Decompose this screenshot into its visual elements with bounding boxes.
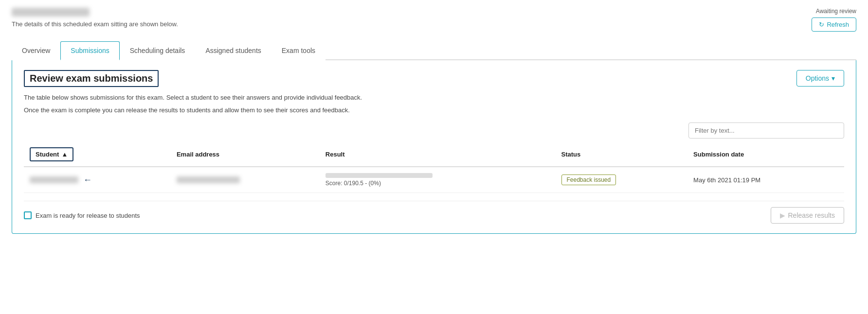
page-subtitle: The details of this scheduled exam sitti… <box>12 20 178 28</box>
release-label: Exam is ready for release to students <box>36 212 140 219</box>
email-value <box>177 176 240 183</box>
section-header: Review exam submissions Options ▾ <box>24 70 844 87</box>
release-results-button[interactable]: ▶ Release results <box>771 207 845 224</box>
submission-date: May 6th 2021 01:19 PM <box>693 176 760 184</box>
refresh-button[interactable]: ↻ Refresh <box>812 17 856 32</box>
release-checkbox-area: Exam is ready for release to students <box>24 211 140 219</box>
col-header-date: Submission date <box>687 142 844 167</box>
status-cell: Feedback issued <box>556 167 688 193</box>
options-button[interactable]: Options ▾ <box>796 70 844 87</box>
section-title: Review exam submissions <box>24 70 159 87</box>
header-left: The details of this scheduled exam sitti… <box>12 8 178 28</box>
status-badge: Awaiting review <box>816 8 856 15</box>
date-cell: May 6th 2021 01:19 PM <box>687 167 844 193</box>
score-text: Score: 0/190.5 - (0%) <box>326 180 550 187</box>
result-cell: Score: 0/190.5 - (0%) <box>320 167 556 193</box>
release-checkbox[interactable] <box>24 211 32 219</box>
header-right: Awaiting review ↻ Refresh <box>812 8 856 32</box>
refresh-icon: ↻ <box>819 21 824 28</box>
filter-row <box>24 122 844 139</box>
col-header-email: Email address <box>171 142 320 167</box>
filter-input[interactable] <box>688 122 844 139</box>
col-header-result: Result <box>320 142 556 167</box>
tab-submissions[interactable]: Submissions <box>60 41 119 60</box>
tab-overview[interactable]: Overview <box>12 41 60 60</box>
arrow-right-icon: ← <box>83 175 92 185</box>
tab-scheduling[interactable]: Scheduling details <box>120 41 196 60</box>
table-header-row: Student ▲ Email address Result Status Su… <box>24 142 844 167</box>
feedback-badge: Feedback issued <box>561 174 616 185</box>
student-name <box>30 176 78 183</box>
main-panel: Review exam submissions Options ▾ The ta… <box>12 60 856 234</box>
description-1: The table below shows submissions for th… <box>24 93 844 103</box>
release-results-label: Release results <box>788 211 835 219</box>
result-bar <box>326 173 433 178</box>
top-header: The details of this scheduled exam sitti… <box>12 8 856 32</box>
table-header: Student ▲ Email address Result Status Su… <box>24 142 844 167</box>
page-wrapper: The details of this scheduled exam sitti… <box>0 0 868 242</box>
play-icon: ▶ <box>780 211 785 219</box>
tab-assigned-students[interactable]: Assigned students <box>195 41 271 60</box>
description-2: Once the exam is complete you can releas… <box>24 105 844 115</box>
col-header-student: Student ▲ <box>24 142 171 167</box>
student-cell: ← <box>24 167 171 193</box>
table-row[interactable]: ← Score: 0/190.5 - (0%) <box>24 167 844 193</box>
email-cell <box>171 167 320 193</box>
submissions-table: Student ▲ Email address Result Status Su… <box>24 142 844 193</box>
footer-row: Exam is ready for release to students ▶ … <box>24 201 844 224</box>
options-label: Options <box>806 74 829 82</box>
student-sort-header[interactable]: Student ▲ <box>30 147 73 161</box>
student-cell-inner: ← <box>30 175 165 185</box>
result-cell-inner: Score: 0/190.5 - (0%) <box>326 173 550 187</box>
tab-exam-tools[interactable]: Exam tools <box>271 41 326 60</box>
col-header-status: Status <box>556 142 688 167</box>
refresh-label: Refresh <box>827 21 849 28</box>
chevron-down-icon: ▾ <box>832 74 835 82</box>
tabs-bar: Overview Submissions Scheduling details … <box>12 41 856 60</box>
table-body: ← Score: 0/190.5 - (0%) <box>24 167 844 193</box>
page-title-blurred <box>12 8 90 17</box>
